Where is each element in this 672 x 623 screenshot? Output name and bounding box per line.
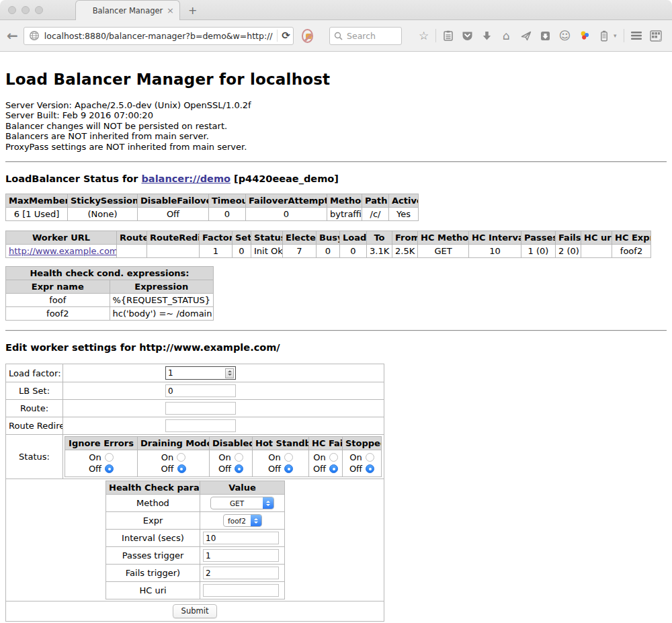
server-info: Server Version: Apache/2.5.0-dev (Unix) … — [5, 100, 667, 152]
route-redirect-input[interactable] — [165, 419, 236, 432]
status-stopped-cell: On Off — [343, 450, 382, 477]
lb-set-input[interactable] — [165, 384, 236, 397]
worker-row: http://www.example.com/ 1 0 Init Ok 7 0 … — [6, 245, 651, 258]
lb-set-label: LB Set: — [6, 382, 63, 400]
pocket-icon[interactable] — [458, 31, 477, 41]
reload-icon[interactable]: ⟳ — [282, 30, 290, 42]
route-row: Route: — [6, 400, 384, 417]
tab-close-icon[interactable]: × — [167, 5, 174, 15]
radio-draining-on[interactable] — [177, 453, 185, 462]
hc-expr-select[interactable]: foof2 — [223, 514, 262, 527]
edit-worker-heading: Edit worker settings for http://www.exam… — [5, 342, 667, 353]
hc-expressions-title: Health check cond. expressions: — [6, 267, 214, 280]
battery-status-icon[interactable] — [594, 30, 614, 42]
status-options-table: Ignore Errors Draining Mode Disabled Hot… — [65, 436, 382, 477]
expr-row-foof2: foof2 hc('body') =~ /domain is establish… — [6, 307, 214, 321]
hc-uri-row: HC uri — [106, 582, 285, 599]
page-content: Load Balancer Manager for localhost Serv… — [0, 52, 672, 623]
radio-ignore-errors-on[interactable] — [105, 453, 114, 462]
radio-disabled-off[interactable] — [235, 464, 243, 473]
back-icon[interactable]: ← — [7, 28, 18, 44]
radio-hot-standby-off[interactable] — [284, 464, 293, 473]
load-factor-input[interactable] — [165, 366, 236, 380]
radio-draining-off[interactable] — [177, 464, 186, 473]
home-icon[interactable]: ⌂ — [497, 29, 516, 42]
status-hc-fail-cell: On Off — [309, 450, 343, 477]
hc-expr-label: Expr — [106, 512, 200, 530]
status-ignore-errors-cell: On Off — [65, 450, 138, 477]
window-controls[interactable] — [8, 6, 43, 14]
address-bar[interactable]: localhost:8880/balancer-manager?b=demo&w… — [24, 27, 294, 45]
route-input[interactable] — [165, 402, 236, 415]
loadbalancer-status-heading: LoadBalancer Status for balancer://demo … — [5, 173, 667, 184]
zoom-window-button[interactable] — [35, 6, 43, 14]
table-header-row: Worker URL Route RouteRedir Factor Set S… — [6, 231, 651, 245]
reading-list-icon[interactable] — [438, 30, 458, 42]
balancers-notice-line: Balancers are NOT inherited from main se… — [5, 131, 667, 141]
hc-interval-row: Interval (secs) — [106, 530, 285, 547]
hc-uri-input[interactable] — [203, 584, 279, 597]
toolbar-icons: ☆ ⌂ ☺ ▾ — [414, 29, 665, 42]
table-row: 6 [1 Used] (None) Off 0 0 bytraffic /c/ … — [6, 208, 419, 221]
downloads-icon[interactable] — [477, 31, 497, 41]
radio-disabled-on[interactable] — [235, 453, 243, 462]
radio-hot-standby-on[interactable] — [284, 453, 293, 462]
hc-passes-label: Passes trigger — [106, 547, 200, 565]
tab-bar: Balancer Manager × + — [0, 0, 672, 20]
radio-hc-fail-off[interactable] — [329, 464, 338, 473]
radio-stopped-on[interactable] — [366, 453, 374, 462]
hc-uri-label: HC uri — [106, 582, 200, 599]
browser-window: Balancer Manager × + ← localhost:8880/ba… — [0, 0, 672, 623]
hc-method-select[interactable]: GET — [210, 497, 274, 509]
minimize-window-button[interactable] — [22, 6, 30, 14]
worker-url-link[interactable]: http://www.example.com/ — [9, 246, 117, 256]
server-built-line: Server Built: Feb 9 2016 07:00:20 — [5, 110, 667, 120]
content-blocked-icon[interactable] — [302, 29, 313, 43]
radio-stopped-off[interactable] — [366, 464, 374, 473]
search-placeholder: Search — [347, 31, 376, 41]
route-redirect-row: Route Redirect: — [6, 417, 384, 435]
send-page-icon[interactable] — [516, 31, 536, 41]
globe-icon — [29, 30, 40, 41]
new-tab-button[interactable]: + — [188, 4, 197, 17]
extension-color-dots-icon[interactable] — [575, 30, 594, 41]
status-disabled-cell: On Off — [210, 450, 253, 477]
search-input[interactable]: Search — [329, 27, 402, 45]
save-to-device-icon[interactable] — [536, 31, 555, 41]
hc-fails-input[interactable] — [203, 567, 279, 579]
hc-params-row: Health Check param Value Method GET — [6, 479, 384, 601]
radio-ignore-errors-off[interactable] — [105, 464, 114, 473]
hc-interval-input[interactable] — [203, 532, 279, 544]
hc-expressions-table: Health check cond. expressions: Expr nam… — [5, 266, 214, 321]
number-spinner-icon[interactable] — [225, 368, 234, 378]
feedback-smiley-icon[interactable]: ☺ — [555, 29, 575, 42]
expr-row-foof: foof %{REQUEST_STATUS} =~ /^[234]/ — [6, 294, 214, 307]
proxypass-notice-line: ProxyPass settings are NOT inherited fro… — [5, 142, 667, 152]
submit-button[interactable]: Submit — [173, 604, 218, 618]
chevron-down-icon[interactable]: ▾ — [614, 32, 622, 39]
hc-method-label: Method — [106, 495, 200, 512]
edit-worker-form: Load factor: LB Set: Route: Route Redire… — [5, 364, 384, 622]
tab-balancer-manager[interactable]: Balancer Manager × — [75, 0, 180, 20]
status-row: Status: Ignore Errors Draining Mode Disa… — [6, 435, 384, 479]
hc-params-table: Health Check param Value Method GET — [106, 481, 285, 599]
radio-hc-fail-on[interactable] — [329, 453, 338, 462]
divider — [5, 330, 667, 331]
bookmark-star-icon[interactable]: ☆ — [414, 29, 433, 42]
tile-pages-icon[interactable] — [646, 30, 665, 42]
navigation-toolbar: ← localhost:8880/balancer-manager?b=demo… — [0, 20, 672, 52]
hc-expr-row: Expr foof2 — [106, 512, 285, 530]
close-window-button[interactable] — [8, 6, 16, 14]
select-stepper-icon — [251, 515, 261, 526]
menu-hamburger-icon[interactable] — [626, 31, 646, 40]
hc-fails-label: Fails trigger) — [106, 565, 200, 582]
balancer-demo-link[interactable]: balancer://demo — [141, 173, 230, 184]
hc-method-row: Method GET — [106, 495, 285, 512]
page-title: Load Balancer Manager for localhost — [5, 71, 667, 88]
hc-passes-row: Passes trigger — [106, 547, 285, 565]
hc-passes-input[interactable] — [203, 549, 279, 562]
url-text[interactable]: localhost:8880/balancer-manager?b=demo&w… — [44, 31, 273, 41]
load-factor-label: Load factor: — [6, 364, 63, 382]
status-label: Status: — [6, 435, 63, 479]
load-factor-row: Load factor: — [6, 364, 384, 382]
